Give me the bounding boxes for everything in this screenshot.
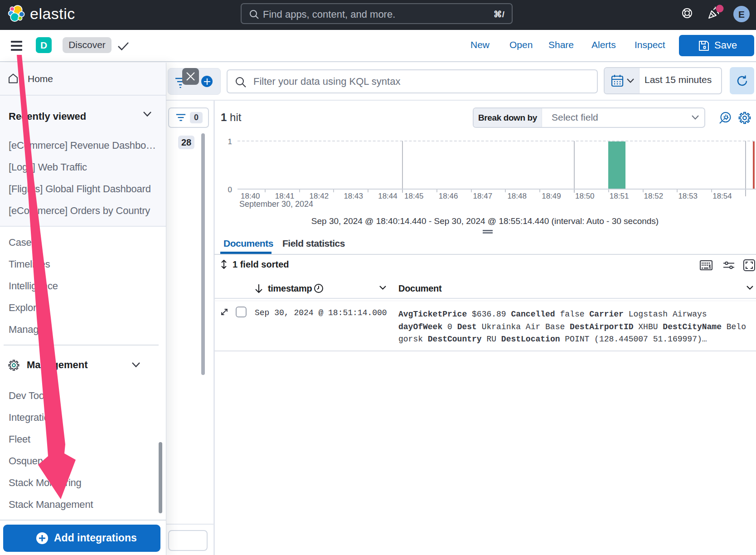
svg-text:E: E bbox=[738, 9, 745, 19]
